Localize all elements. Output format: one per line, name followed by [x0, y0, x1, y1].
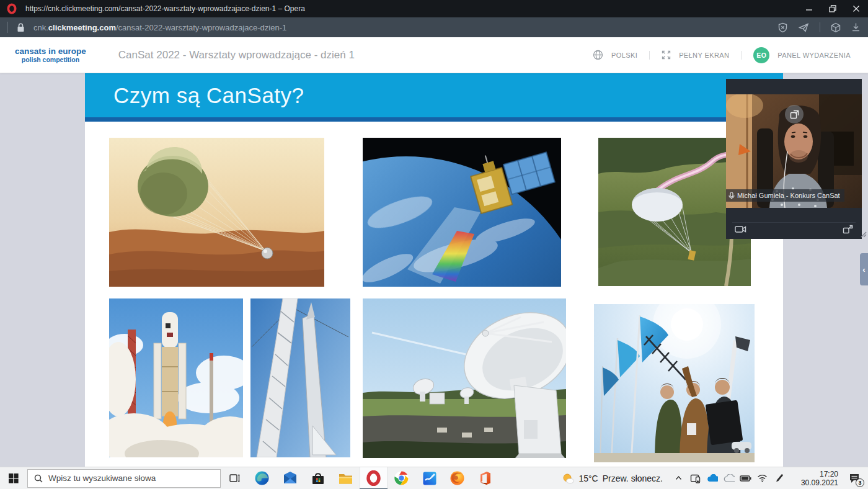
- taskbar-app-chrome[interactable]: [388, 467, 415, 489]
- wifi-icon: [757, 474, 768, 482]
- pen-icon: [774, 473, 784, 483]
- tray-phone-link[interactable]: [687, 467, 704, 489]
- edge-icon: [254, 470, 270, 486]
- window-title: https://cnk.clickmeeting.com/cansat-2022…: [25, 4, 305, 13]
- expand-resize-icon[interactable]: [843, 225, 853, 234]
- chevron-up-icon: [675, 474, 683, 482]
- mail-icon: [283, 471, 298, 486]
- chrome-icon: [394, 470, 409, 486]
- meeting-header-actions: POLSKI PEŁNY EKRAN EO PANEL WYDARZENIA: [593, 47, 868, 63]
- onedrive-cloud-icon: [707, 474, 718, 482]
- weather-desc: Przew. słonecz.: [603, 473, 663, 483]
- send-flow-icon[interactable]: [799, 23, 809, 32]
- panel-collapse-tab[interactable]: ‹: [860, 253, 868, 285]
- taskbar-clock[interactable]: 17:20 30.09.2021: [791, 470, 838, 487]
- lock-icon: [17, 23, 25, 32]
- search-icon: [34, 474, 43, 483]
- webcam-panel[interactable]: Michał Gumiela - Konkurs CanSat: [726, 79, 862, 239]
- opera-icon: [366, 470, 381, 486]
- language-button[interactable]: POLSKI: [611, 52, 637, 59]
- slide-image-students-with-antenna: [594, 304, 755, 462]
- webcam-resize-grip[interactable]: [859, 229, 867, 240]
- store-icon: [311, 471, 326, 486]
- adblock-shield-icon[interactable]: [777, 22, 788, 33]
- slide-title: Czym są CanSaty?: [113, 83, 304, 108]
- slide-header: Czym są CanSaty?: [85, 73, 783, 117]
- logo-line1: cansats in europe: [15, 47, 86, 56]
- url-text[interactable]: cnk.clickmeeting.com/cansat-2022-warszta…: [33, 23, 286, 32]
- taskbar: 15°C Przew. słonecz.: [0, 467, 868, 489]
- start-button[interactable]: [0, 467, 27, 489]
- slide-header-underline: [85, 117, 783, 122]
- close-button[interactable]: [844, 0, 868, 17]
- tray-onedrive[interactable]: [704, 467, 720, 489]
- slide-image-mars-parachute: [109, 138, 324, 287]
- taskbar-app-mail[interactable]: [276, 467, 304, 489]
- taskbar-app-opera[interactable]: [360, 467, 388, 489]
- tray-cloud-status[interactable]: [720, 467, 737, 489]
- taskbar-app-file-explorer[interactable]: [332, 467, 360, 489]
- extension-cube-icon[interactable]: [831, 22, 841, 33]
- whiteboard-icon: [422, 471, 437, 486]
- screen: https://cnk.clickmeeting.com/cansat-2022…: [0, 0, 868, 489]
- avatar[interactable]: EO: [753, 47, 769, 63]
- opera-logo-icon: [6, 3, 17, 14]
- download-icon[interactable]: [851, 22, 861, 32]
- search-input[interactable]: [48, 473, 203, 483]
- tray-expand-button[interactable]: [670, 467, 687, 489]
- fullscreen-icon: [662, 50, 671, 60]
- file-explorer-icon: [338, 470, 353, 486]
- tray-wifi[interactable]: [754, 467, 771, 489]
- addressbar-actions: [777, 22, 861, 33]
- weather-temp: 15°C: [578, 473, 598, 483]
- notification-badge: 3: [856, 478, 864, 487]
- webcam-divider: [732, 222, 856, 223]
- office-icon: [478, 471, 492, 485]
- tray-pen[interactable]: [771, 467, 787, 489]
- window-controls: [797, 0, 868, 17]
- browser-titlebar: https://cnk.clickmeeting.com/cansat-2022…: [0, 0, 868, 17]
- taskbar-app-whiteboard[interactable]: [415, 467, 443, 489]
- cloud-icon: [724, 474, 735, 482]
- chevron-left-icon: ‹: [862, 265, 865, 274]
- globe-icon: [593, 50, 603, 60]
- taskbar-app-office[interactable]: [471, 467, 499, 489]
- presentation-slide: Czym są CanSaty?: [85, 73, 783, 467]
- event-panel-button[interactable]: PANEL WYDARZENIA: [777, 52, 851, 59]
- slide-image-rocket-launch-rail: [250, 298, 350, 457]
- logo-line2: polish competition: [22, 56, 79, 63]
- tray-battery[interactable]: [737, 467, 754, 489]
- meeting-header: cansats in europe polish competition Can…: [0, 37, 868, 73]
- clock-date: 30.09.2021: [791, 478, 838, 487]
- addressbar-separator: [820, 22, 820, 32]
- fullscreen-button[interactable]: PEŁNY EKRAN: [679, 52, 729, 59]
- slide-image-ariane-rocket-launch: [109, 298, 243, 457]
- phone-link-icon: [690, 473, 701, 483]
- sidebar-separator: [7, 22, 8, 33]
- webcam-speaker-label: Michał Gumiela - Konkurs CanSat: [726, 189, 844, 202]
- camera-icon[interactable]: [735, 225, 746, 234]
- taskbar-app-store[interactable]: [304, 467, 332, 489]
- microphone-icon: [728, 192, 735, 200]
- cansat-logo: cansats in europe polish competition: [15, 47, 86, 64]
- slide-image-ground-station-dish: [363, 298, 566, 458]
- webcam-controls: [735, 225, 853, 234]
- taskbar-app-firefox[interactable]: [443, 467, 471, 489]
- slide-image-satellite-earth: [363, 138, 561, 287]
- action-center-button[interactable]: 3: [843, 467, 866, 489]
- weather-sun-cloud-icon: [562, 473, 574, 484]
- content-area: Czym są CanSaty?: [0, 73, 868, 467]
- battery-icon: [740, 475, 751, 482]
- webcam-popout-button[interactable]: [785, 105, 804, 123]
- windows-logo-icon: [9, 473, 19, 483]
- system-tray: 15°C Przew. słonecz.: [562, 467, 868, 489]
- task-view-icon: [229, 473, 240, 483]
- taskbar-weather[interactable]: 15°C Przew. słonecz.: [562, 473, 663, 484]
- taskbar-search[interactable]: [27, 469, 221, 488]
- browser-addressbar[interactable]: cnk.clickmeeting.com/cansat-2022-warszta…: [0, 17, 868, 37]
- task-view-button[interactable]: [221, 467, 248, 489]
- minimize-button[interactable]: [797, 0, 821, 17]
- meeting-title: CanSat 2022 - Warsztaty wprowadzające - …: [118, 49, 355, 61]
- restore-button[interactable]: [821, 0, 844, 17]
- taskbar-app-edge[interactable]: [248, 467, 276, 489]
